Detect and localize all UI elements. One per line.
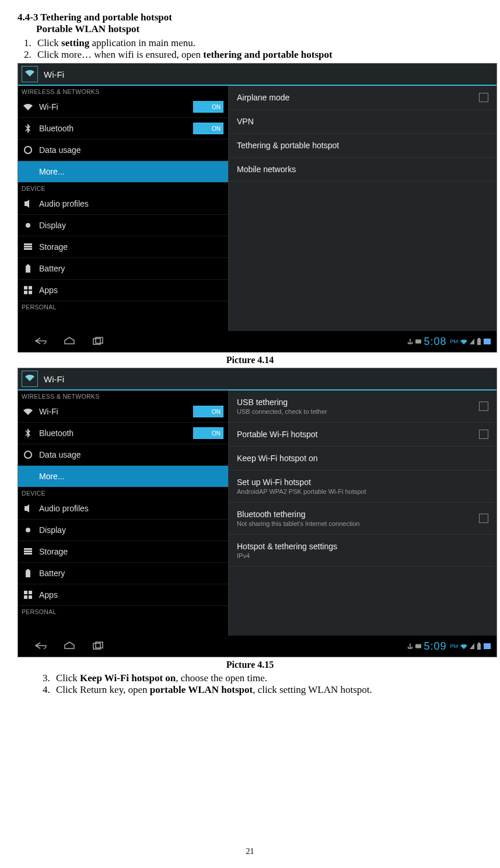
sidebar-item-label: Display [39,221,223,230]
toggle-on[interactable]: ON [193,427,223,439]
step-text: Click more… when wifi is ensured, open [37,49,203,60]
sidebar-item-label: Data usage [39,145,223,155]
svg-rect-29 [24,591,27,594]
sidebar-item-data-usage[interactable]: Data usage [18,140,228,161]
display-icon [23,220,33,231]
content-item-portable-wifi[interactable]: Portable Wi-Fi hotspot [229,423,496,447]
sidebar-item-bluetooth[interactable]: Bluetooth ON [18,423,228,444]
content-title: Portable Wi-Fi hotspot [237,430,479,439]
content-panel: Airplane mode VPN Tethering & portable h… [228,86,496,331]
back-icon[interactable] [34,337,47,346]
content-title: Airplane mode [237,93,479,102]
sidebar-item-audio[interactable]: Audio profiles [18,498,228,520]
sidebar-item-battery[interactable]: Battery [18,563,228,584]
content-item-bluetooth-tethering[interactable]: Bluetooth tetheringNot sharing this tabl… [229,503,496,535]
sidebar-item-wifi[interactable]: Wi-Fi ON [18,401,228,423]
subheading: Portable WLAN hotspot [36,23,482,35]
figure-caption-2: Picture 4.15 [18,660,482,670]
status-area[interactable]: 5:09PM [407,640,496,653]
svg-rect-37 [477,644,481,650]
sidebar-item-label: Audio profiles [39,199,223,208]
step-text: , click setting WLAN hotspot. [253,684,372,695]
content-item-tethering[interactable]: Tethering & portable hotspot [229,134,496,158]
checkbox[interactable] [479,514,488,523]
signal-icon [470,643,474,649]
sidebar-item-storage[interactable]: Storage [18,236,228,258]
sidebar-item-label: Wi-Fi [39,102,193,111]
sidebar-item-more[interactable]: More... [18,161,228,183]
sidebar-item-audio[interactable]: Audio profiles [18,193,228,215]
content-item-hotspot-settings[interactable]: Hotspot & tethering settingsIPv4 [229,535,496,567]
sidebar-item-label: Data usage [39,450,223,459]
sidebar-item-apps[interactable]: Apps [18,584,228,606]
content-title: Hotspot & tethering settings [237,542,488,551]
svg-rect-30 [29,591,32,594]
settings-sidebar: WIRELESS & NETWORKS Wi-Fi ON Bluetooth O… [18,391,228,636]
status-icon [484,643,491,649]
svg-rect-25 [24,550,32,552]
sidebar-item-data-usage[interactable]: Data usage [18,444,228,466]
sidebar-item-battery[interactable]: Battery [18,258,228,280]
svg-rect-7 [26,266,30,273]
content-subtitle: USB connected, check to tether [237,408,479,415]
content-item-keep-wifi[interactable]: Keep Wi-Fi hotspot on [229,447,496,470]
toggle-on[interactable]: ON [193,123,223,134]
content-title: Tethering & portable hotspot [237,141,488,150]
svg-rect-6 [24,248,32,250]
svg-rect-11 [24,291,27,294]
recent-icon[interactable] [93,642,106,651]
svg-marker-2 [27,200,29,208]
back-icon[interactable] [34,642,47,651]
sidebar-item-display[interactable]: Display [18,520,228,541]
system-navbar: 5:08PM [18,331,496,352]
toggle-on[interactable]: ON [193,406,223,417]
sidebar-item-apps[interactable]: Apps [18,280,228,301]
status-area[interactable]: 5:08PM [407,336,496,348]
usb-icon [407,339,413,344]
svg-rect-18 [478,338,480,339]
content-item-airplane[interactable]: Airplane mode [229,86,496,110]
sidebar-item-label: Apps [39,590,223,599]
sidebar-item-label: Bluetooth [39,428,193,438]
content-item-usb-tethering[interactable]: USB tetheringUSB connected, check to tet… [229,391,496,423]
sidebar-item-label: Bluetooth [39,124,193,133]
content-item-vpn[interactable]: VPN [229,110,496,134]
recent-icon[interactable] [93,337,106,346]
sidebar-item-bluetooth[interactable]: Bluetooth ON [18,118,228,140]
battery-icon [23,263,33,274]
checkbox[interactable] [479,93,488,102]
content-item-mobile-networks[interactable]: Mobile networks [229,158,496,182]
sidebar-item-more[interactable]: More... [18,466,228,487]
wifi-icon [25,374,34,384]
home-icon[interactable] [64,642,76,651]
sidebar-item-label: Battery [39,569,223,578]
svg-rect-21 [25,506,27,511]
svg-rect-17 [477,339,481,345]
toggle-on[interactable]: ON [193,101,223,113]
figure-caption-1: Picture 4.14 [18,355,482,365]
svg-rect-26 [24,553,32,555]
sidebar-item-label: Battery [39,264,223,273]
sidebar-item-label: Storage [39,547,223,556]
sidebar-item-display[interactable]: Display [18,215,228,236]
android-icon [415,339,421,344]
screenshot-header: Wi-Fi [18,64,496,86]
svg-rect-19 [484,339,491,344]
display-icon [23,525,33,535]
content-item-setup-wifi[interactable]: Set up Wi-Fi hotspotAndroidAP WPA2 PSK p… [229,470,496,503]
sidebar-item-wifi[interactable]: Wi-Fi ON [18,96,228,118]
content-title: Bluetooth tethering [237,510,479,519]
signal-icon [470,339,474,344]
content-title: VPN [237,117,488,126]
sidebar-item-storage[interactable]: Storage [18,541,228,563]
home-icon[interactable] [64,337,76,346]
usb-icon [407,643,413,649]
svg-point-20 [25,451,32,458]
wifi-icon [23,406,33,417]
checkbox[interactable] [479,402,488,411]
content-title: Mobile networks [237,165,488,174]
header-title: Wi-Fi [44,69,64,79]
step-4: Click Return key, open portable WLAN hot… [53,684,482,696]
checkbox[interactable] [479,430,488,439]
page-number: 21 [0,847,500,856]
